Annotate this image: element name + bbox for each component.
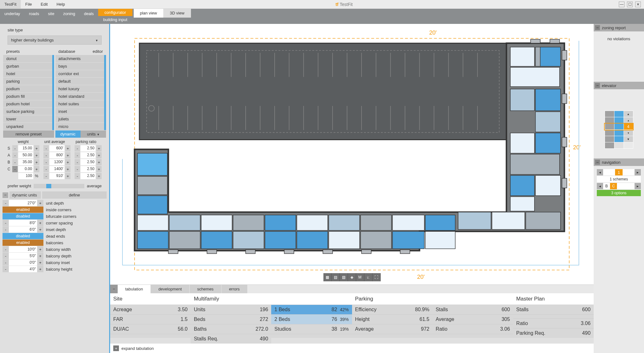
tab-errors[interactable]: errors bbox=[221, 285, 247, 293]
db-item[interactable]: juliets bbox=[55, 115, 104, 123]
menu-file[interactable]: File bbox=[21, 0, 36, 8]
tab-development[interactable]: development bbox=[151, 285, 189, 293]
database-label[interactable]: database bbox=[59, 49, 76, 54]
unit-val[interactable]: 1200' bbox=[49, 159, 64, 165]
site-type-dropdown[interactable]: higher density buildings bbox=[8, 36, 102, 45]
park-val[interactable]: 2.50 bbox=[81, 166, 96, 172]
tab-deals[interactable]: deals bbox=[80, 9, 98, 19]
unit-minus[interactable]: - bbox=[43, 159, 49, 165]
dyn-toggle[interactable]: enabled bbox=[3, 207, 43, 213]
tab-tabulation[interactable]: tabulation bbox=[118, 285, 150, 293]
nav-opt-b[interactable]: B bbox=[603, 183, 610, 189]
park-val[interactable]: 2.50 bbox=[81, 152, 96, 158]
weight-minus[interactable]: - bbox=[12, 152, 18, 158]
dyn-toggle[interactable]: disabled bbox=[3, 233, 43, 239]
dyn-plus[interactable]: + bbox=[37, 200, 43, 206]
units-dropdown[interactable]: units bbox=[81, 130, 106, 138]
collapse-elevator[interactable]: − bbox=[595, 83, 600, 88]
dyn-val[interactable]: 5'0" bbox=[9, 253, 37, 259]
tab-zoning[interactable]: zoning bbox=[59, 9, 80, 19]
tab-configurator[interactable]: configurator bbox=[98, 9, 132, 16]
weight-val[interactable]: 50.00 bbox=[18, 152, 33, 158]
minimize-button[interactable]: — bbox=[619, 2, 624, 7]
preset-item[interactable]: podium hotel bbox=[3, 100, 52, 108]
nav-prev-scheme[interactable]: ◄ bbox=[597, 169, 603, 175]
collapse-tabulation[interactable]: − bbox=[110, 285, 118, 293]
dyn-val[interactable]: 8'0" bbox=[9, 220, 37, 226]
unit-minus[interactable]: - bbox=[43, 145, 49, 152]
dyn-minus[interactable]: - bbox=[3, 246, 9, 252]
menu-testfit[interactable]: TestFit bbox=[0, 0, 21, 8]
tool-fullscreen-icon[interactable]: ⛶ bbox=[372, 273, 381, 281]
weight-plus[interactable]: + bbox=[34, 166, 39, 172]
dyn-val[interactable]: 4'0" bbox=[9, 266, 37, 272]
weight-plus[interactable]: + bbox=[34, 145, 39, 152]
tab-schemes[interactable]: schemes bbox=[190, 285, 221, 293]
remove-preset-button[interactable]: remove preset bbox=[3, 130, 54, 138]
dyn-minus[interactable]: - bbox=[3, 253, 9, 259]
unit-val[interactable]: 1400' bbox=[49, 166, 64, 172]
preset-item[interactable]: podium fill bbox=[3, 93, 52, 100]
preset-item[interactable]: unparked bbox=[3, 123, 52, 130]
dynamic-button[interactable]: dynamic bbox=[55, 130, 81, 138]
weight-plus[interactable]: + bbox=[34, 152, 39, 158]
park-val[interactable]: 2.50 bbox=[81, 159, 96, 165]
db-item[interactable]: hotel standard bbox=[55, 93, 104, 100]
weight-minus[interactable]: - bbox=[12, 159, 18, 165]
db-item[interactable]: micro bbox=[55, 123, 104, 130]
unit-plus[interactable]: + bbox=[65, 145, 70, 152]
park-plus[interactable]: + bbox=[96, 166, 102, 172]
dyn-plus[interactable]: + bbox=[37, 226, 43, 233]
tab-building-input[interactable]: building input bbox=[98, 16, 132, 23]
preset-item[interactable]: surface parking bbox=[3, 108, 52, 115]
tool-3d-icon[interactable]: ◈ bbox=[348, 273, 356, 281]
tot-p-minus[interactable]: - bbox=[75, 173, 80, 179]
dyn-val[interactable]: 27'0" bbox=[9, 200, 37, 206]
preset-item[interactable]: donut bbox=[3, 55, 52, 62]
collapse-navigation[interactable]: − bbox=[595, 160, 600, 165]
collapse-dynamic-units[interactable]: − bbox=[3, 192, 8, 198]
tool-2-icon[interactable]: ▤ bbox=[332, 273, 340, 281]
dyn-plus[interactable]: + bbox=[37, 259, 43, 266]
db-item[interactable]: hotel suites bbox=[55, 100, 104, 108]
elev-up-top[interactable]: ▲ bbox=[624, 111, 633, 117]
weight-val[interactable]: 15.00 bbox=[18, 145, 33, 152]
unit-val[interactable]: 800' bbox=[49, 152, 64, 158]
collapse-zoning[interactable]: − bbox=[595, 25, 600, 30]
dyn-val[interactable]: 6'0" bbox=[9, 226, 37, 233]
weight-plus[interactable]: + bbox=[34, 159, 39, 165]
menu-edit[interactable]: Edit bbox=[36, 0, 52, 8]
tab-3d-view[interactable]: 3D view bbox=[164, 9, 191, 18]
dyn-minus[interactable]: - bbox=[3, 259, 9, 266]
dyn-minus[interactable]: - bbox=[3, 200, 9, 206]
preset-item[interactable]: hotel bbox=[3, 70, 52, 77]
park-minus[interactable]: - bbox=[75, 145, 80, 152]
maximize-button[interactable]: ☐ bbox=[627, 2, 633, 7]
preset-item[interactable]: parking bbox=[3, 78, 52, 85]
dyn-toggle[interactable]: disabled bbox=[3, 213, 43, 219]
unit-minus[interactable]: - bbox=[43, 166, 49, 172]
dyn-minus[interactable]: - bbox=[3, 266, 9, 272]
db-item[interactable]: inset bbox=[55, 108, 104, 115]
tot-p-plus[interactable]: + bbox=[96, 173, 102, 179]
tot-u-val[interactable]: 910' bbox=[49, 173, 64, 179]
preset-item[interactable]: tower bbox=[3, 115, 52, 123]
nav-opt-c[interactable]: C bbox=[610, 183, 617, 189]
unit-minus[interactable]: - bbox=[43, 152, 49, 158]
nav-prev-opt[interactable]: ◄ bbox=[597, 183, 603, 189]
dyn-plus[interactable]: + bbox=[37, 246, 43, 252]
dyn-val[interactable]: 0'0" bbox=[9, 259, 37, 266]
tot-p-val[interactable]: 2.50 bbox=[81, 173, 96, 179]
park-val[interactable]: 2.50 bbox=[81, 145, 96, 152]
define-button[interactable]: define bbox=[42, 191, 107, 199]
tot-u-plus[interactable]: + bbox=[65, 173, 70, 179]
dyn-minus[interactable]: - bbox=[3, 220, 9, 226]
db-item[interactable]: default bbox=[55, 78, 104, 85]
weight-slider[interactable] bbox=[34, 184, 84, 188]
close-button[interactable]: ✕ bbox=[635, 2, 641, 7]
tab-site[interactable]: site bbox=[43, 9, 59, 19]
weight-minus[interactable]: - bbox=[12, 145, 18, 152]
tab-underlay[interactable]: underlay bbox=[0, 9, 25, 19]
unit-val[interactable]: 600' bbox=[49, 145, 64, 152]
db-item[interactable]: bays bbox=[55, 63, 104, 70]
